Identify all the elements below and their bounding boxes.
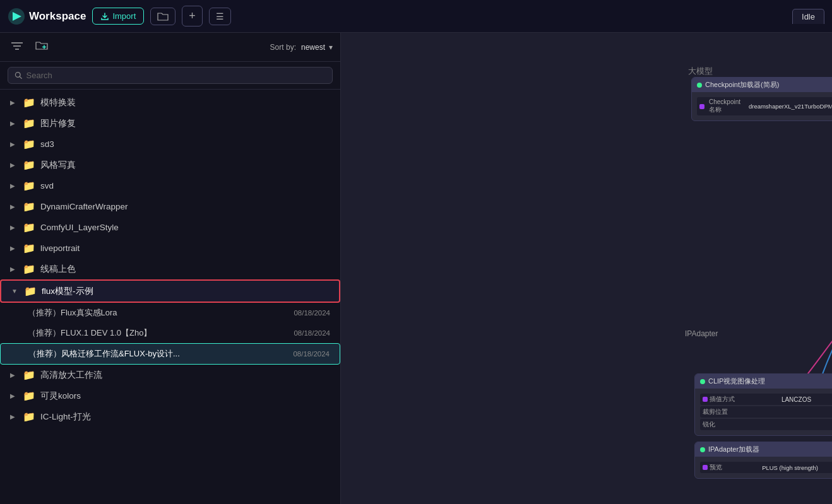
folder-name: 风格写真 (40, 160, 330, 171)
folder-icon (157, 11, 169, 21)
folder-name: flux模型-示例 (42, 286, 329, 297)
folder-icon: 📁 (23, 201, 35, 213)
file-date: 08/18/2024 (294, 309, 330, 317)
filter-icon (11, 42, 23, 50)
sort-value: newest (301, 43, 325, 52)
node-body-clip-vision: 插值方式 LANCZOS 裁剪位置 center 锐化 0.00 (695, 389, 832, 435)
folder-icon: 📁 (23, 390, 35, 402)
section-label-大模型: 大模型 (688, 66, 713, 77)
main-layout: Sort by: newest ▾ ▶ 📁 模特换装 ▶ (0, 33, 832, 504)
menu-button[interactable]: ☰ (209, 8, 231, 25)
sidebar-item-风格写真[interactable]: ▶ 📁 风格写真 (0, 155, 340, 175)
folder-icon: 📁 (23, 221, 35, 233)
node-status-dot (700, 379, 705, 384)
chevron-right-icon: ▶ (10, 413, 18, 420)
folder-name: 线稿上色 (40, 264, 330, 275)
chevron-right-icon: ▶ (10, 120, 18, 127)
file-name: （推荐）FLUX.1 DEV 1.0【Zho】 (28, 327, 288, 339)
chevron-right-icon: ▶ (10, 266, 18, 273)
node-status-dot (700, 447, 705, 452)
node-status-dot (697, 83, 702, 88)
folder-name: svd (40, 181, 330, 190)
add-button[interactable]: + (182, 6, 203, 26)
folder-name: 可灵kolors (40, 390, 330, 402)
canvas-area[interactable]: 大模型 Checkpoint加载器(简易) Checkpoint名称 dream… (341, 33, 832, 504)
sort-chevron-icon[interactable]: ▾ (329, 43, 333, 52)
chevron-right-icon: ▶ (10, 392, 18, 399)
new-folder-button[interactable] (32, 38, 52, 56)
app-title: Workspace (29, 10, 86, 23)
list-item-flux-style-active[interactable]: （推荐）风格迁移工作流&FLUX-by设计... 08/18/2024 (0, 343, 340, 365)
search-input[interactable] (27, 71, 326, 80)
sidebar: Sort by: newest ▾ ▶ 📁 模特换装 ▶ (0, 33, 341, 504)
folder-icon: 📁 (23, 138, 35, 150)
folder-icon: 📁 (23, 242, 35, 254)
sidebar-item-ComfyUI_LayerStyle[interactable]: ▶ 📁 ComfyUI_LayerStyle (0, 217, 340, 238)
node-body-ipadapter: 预览 PLUS (high strength) (695, 457, 832, 478)
node-title-checkpoint: Checkpoint加载器(简易) (692, 78, 832, 92)
chevron-right-icon: ▶ (10, 203, 18, 210)
plus-icon: + (189, 9, 196, 23)
folder-name: 模特换装 (40, 97, 330, 108)
list-item-flux-lora[interactable]: （推荐）Flux真实感Lora 08/18/2024 (0, 303, 340, 323)
sidebar-item-sd3[interactable]: ▶ 📁 sd3 (0, 134, 340, 155)
chevron-right-icon: ▶ (10, 161, 18, 168)
list-item-flux-dev[interactable]: （推荐）FLUX.1 DEV 1.0【Zho】 08/18/2024 (0, 323, 340, 343)
hamburger-icon: ☰ (216, 11, 224, 21)
chevron-right-icon: ▶ (10, 141, 18, 148)
node-checkpoint: Checkpoint加载器(简易) Checkpoint名称 dreamshap… (691, 77, 832, 121)
folder-icon: 📁 (24, 285, 37, 297)
folder-icon: 📁 (23, 369, 35, 381)
node-port (703, 465, 708, 470)
sidebar-item-可灵kolors[interactable]: ▶ 📁 可灵kolors (0, 385, 340, 406)
node-clip-vision: CLIP视觉图像处理 插值方式 LANCZOS 裁剪位置 center 锐化 0… (694, 373, 832, 436)
sidebar-item-高清放大[interactable]: ▶ 📁 高清放大工作流 (0, 365, 340, 385)
idle-badge: Idle (792, 9, 824, 24)
sort-label: Sort by: newest ▾ (270, 43, 333, 52)
app-logo: Workspace (8, 8, 86, 25)
folder-icon: 📁 (23, 411, 35, 423)
sidebar-item-liveportrait[interactable]: ▶ 📁 liveportrait (0, 238, 340, 259)
import-button[interactable]: Import (92, 8, 144, 25)
topbar: Workspace Import + ☰ Idle (0, 0, 832, 33)
folder-name: sd3 (40, 139, 330, 149)
folder-icon: 📁 (23, 159, 35, 171)
sidebar-item-flux模型示例[interactable]: ▼ 📁 flux模型-示例 (0, 279, 340, 303)
filter-button[interactable] (8, 38, 27, 56)
sidebar-item-图片修复[interactable]: ▶ 📁 图片修复 (0, 113, 340, 134)
sidebar-item-DynamiCrafterWrapper[interactable]: ▶ 📁 DynamiCrafterWrapper (0, 196, 340, 217)
search-box (8, 67, 333, 84)
folder-name: ComfyUI_LayerStyle (40, 223, 330, 232)
folder-name: 图片修复 (40, 118, 330, 129)
import-icon (100, 12, 109, 21)
file-date: 08/18/2024 (294, 329, 330, 337)
sidebar-item-svd[interactable]: ▶ 📁 svd (0, 175, 340, 196)
chevron-right-icon: ▶ (10, 224, 18, 231)
logo-icon (8, 8, 25, 25)
sidebar-toolbar: Sort by: newest ▾ (0, 33, 340, 62)
sidebar-item-IC-Light[interactable]: ▶ 📁 IC-Light-打光 (0, 406, 340, 427)
node-input-row-checkpoint: Checkpoint名称 dreamshaperXL_v21TurboDPMSD… (697, 97, 832, 115)
new-folder-icon (35, 40, 48, 50)
file-date: 08/18/2024 (293, 350, 330, 358)
node-port-left (699, 104, 704, 109)
sidebar-item-线稿上色[interactable]: ▶ 📁 线稿上色 (0, 259, 340, 279)
folder-icon: 📁 (23, 180, 35, 192)
chevron-down-icon: ▼ (11, 288, 19, 295)
search-icon (15, 71, 23, 79)
folder-name: IC-Light-打光 (40, 411, 330, 423)
folder-name: liveportrait (40, 243, 330, 253)
node-title-clip-vision: CLIP视觉图像处理 (695, 374, 832, 389)
sidebar-search (0, 62, 340, 90)
folder-button[interactable] (150, 8, 175, 25)
sort-prefix: Sort by: (270, 43, 296, 52)
sidebar-item-模特换装[interactable]: ▶ 📁 模特换装 (0, 92, 340, 113)
chevron-right-icon: ▶ (10, 372, 18, 378)
folder-icon: 📁 (23, 117, 35, 129)
file-name: （推荐）Flux真实感Lora (28, 307, 288, 319)
chevron-right-icon: ▶ (10, 245, 18, 252)
chevron-right-icon: ▶ (10, 182, 18, 189)
svg-line-6 (20, 76, 21, 78)
import-label: Import (112, 11, 136, 21)
file-name: （推荐）风格迁移工作流&FLUX-by设计... (28, 348, 288, 360)
